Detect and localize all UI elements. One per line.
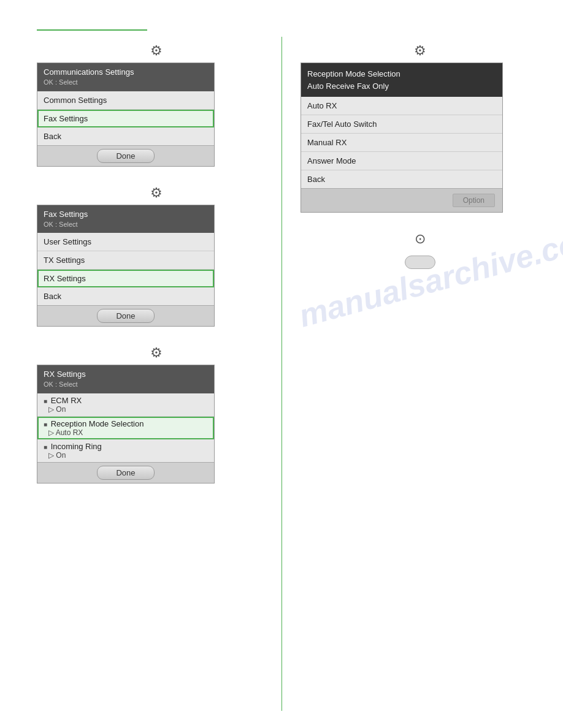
communications-settings-box: Communications Settings OK : Select Comm… — [37, 63, 215, 167]
rx-ring-title: ■ Incoming Ring — [44, 442, 208, 451]
reception-mode-title: Reception Mode Selection — [307, 68, 496, 80]
reception-item-back[interactable]: Back — [301, 170, 502, 188]
fax-settings-box: Fax Settings OK : Select User Settings T… — [37, 205, 215, 327]
fax-item-user[interactable]: User Settings — [37, 233, 214, 251]
reception-item-answer[interactable]: Answer Mode — [301, 152, 502, 170]
gear-icon-right-2: ⊙ — [301, 231, 540, 247]
rx-reception-title: ■ Reception Mode Selection — [44, 419, 208, 428]
gear-icon-right-1: ⚙ — [301, 43, 540, 59]
comm-settings-footer: Done — [37, 145, 214, 166]
oval-button-container — [301, 251, 540, 276]
rx-item-ecm[interactable]: ■ ECM RX ▷ On — [37, 393, 214, 417]
rx-settings-title: RX Settings — [44, 369, 208, 380]
fax-item-rx[interactable]: RX Settings — [37, 270, 214, 287]
rx-settings-subtitle: OK : Select — [44, 380, 208, 389]
rx-item-reception[interactable]: ■ Reception Mode Selection ▷ Auto RX — [37, 417, 214, 439]
fax-settings-items: User Settings TX Settings RX Settings Ba… — [37, 233, 214, 305]
rx-item-ring[interactable]: ■ Incoming Ring ▷ On — [37, 439, 214, 462]
fax-settings-subtitle: OK : Select — [44, 220, 208, 229]
comm-item-back[interactable]: Back — [37, 127, 214, 145]
reception-mode-items: Auto RX Fax/Tel Auto Switch Manual RX An… — [301, 97, 502, 188]
communications-settings-header: Communications Settings OK : Select — [37, 63, 214, 91]
rx-settings-box: RX Settings OK : Select ■ ECM RX ▷ On ■ … — [37, 365, 215, 483]
reception-item-manual[interactable]: Manual RX — [301, 134, 502, 152]
comm-item-common[interactable]: Common Settings — [37, 91, 214, 110]
rx-settings-header: RX Settings OK : Select — [37, 365, 214, 393]
reception-mode-footer: Option — [301, 188, 502, 212]
reception-item-fax-tel[interactable]: Fax/Tel Auto Switch — [301, 115, 502, 134]
comm-item-fax[interactable]: Fax Settings — [37, 110, 214, 127]
fax-done-button[interactable]: Done — [97, 309, 154, 323]
comm-settings-subtitle: OK : Select — [44, 78, 208, 87]
left-column: ⚙ Communications Settings OK : Select Co… — [37, 43, 276, 502]
rx-ring-sub: ▷ On — [44, 451, 208, 460]
rx-settings-items: ■ ECM RX ▷ On ■ Reception Mode Selection… — [37, 393, 214, 462]
reception-mode-box: Reception Mode Selection Auto Receive Fa… — [301, 63, 503, 213]
gear-icon-1: ⚙ — [37, 43, 276, 59]
comm-done-button[interactable]: Done — [97, 149, 154, 163]
rx-ecm-sub: ▷ On — [44, 405, 208, 414]
rx-ecm-title: ■ ECM RX — [44, 396, 208, 405]
reception-mode-header: Reception Mode Selection Auto Receive Fa… — [301, 63, 502, 97]
reception-mode-subtitle: Auto Receive Fax Only — [307, 80, 496, 93]
rx-settings-footer: Done — [37, 462, 214, 483]
right-column: ⚙ Reception Mode Selection Auto Receive … — [301, 43, 540, 276]
vertical-divider — [282, 37, 282, 711]
rx-done-button[interactable]: Done — [97, 466, 154, 480]
top-decorative-line — [37, 29, 147, 31]
fax-item-tx[interactable]: TX Settings — [37, 251, 214, 270]
comm-settings-title: Communications Settings — [44, 67, 208, 78]
comm-settings-items: Common Settings Fax Settings Back — [37, 91, 214, 145]
reception-item-auto-rx[interactable]: Auto RX — [301, 97, 502, 115]
gear-icon-3: ⚙ — [37, 345, 276, 361]
gear-icon-2: ⚙ — [37, 185, 276, 201]
option-button[interactable]: Option — [453, 194, 495, 207]
oval-button[interactable] — [405, 256, 435, 269]
fax-settings-header: Fax Settings OK : Select — [37, 205, 214, 233]
fax-item-back[interactable]: Back — [37, 287, 214, 305]
rx-reception-sub: ▷ Auto RX — [44, 428, 208, 437]
fax-settings-footer: Done — [37, 305, 214, 326]
fax-settings-title: Fax Settings — [44, 209, 208, 220]
